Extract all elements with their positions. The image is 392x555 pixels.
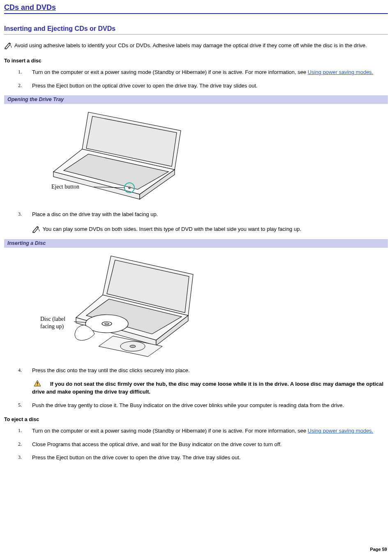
figure-caption-1: Opening the Drive Tray bbox=[4, 95, 388, 104]
warning-triangle-icon bbox=[34, 380, 41, 389]
svg-point-17 bbox=[130, 345, 136, 348]
eject-steps: Turn on the computer or exit a power sav… bbox=[18, 427, 388, 461]
step3-note-text: You can play some DVDs on both sides. In… bbox=[42, 226, 301, 232]
figure-opening-drive-tray: Eject button bbox=[4, 104, 388, 211]
svg-point-7 bbox=[128, 187, 131, 189]
insert-steps-cont: Place a disc on the drive tray with the … bbox=[18, 211, 388, 233]
power-saving-modes-link[interactable]: Using power saving modes. bbox=[308, 69, 374, 75]
top-note: Avoid using adhesive labels to identify … bbox=[4, 42, 388, 50]
step-text: Press the Eject button on the drive cove… bbox=[32, 454, 241, 461]
step4-warning-text: If you do not seat the disc firmly over … bbox=[32, 381, 383, 395]
disc-label-line1: Disc (label bbox=[40, 316, 65, 322]
note-pencil-icon bbox=[4, 42, 13, 49]
insert-step-2: Press the Eject button on the optical dr… bbox=[18, 82, 388, 90]
figure-caption-2: Inserting a Disc bbox=[4, 239, 388, 248]
power-saving-modes-link-2[interactable]: Using power saving modes. bbox=[308, 428, 374, 434]
insert-heading: To insert a disc bbox=[4, 58, 388, 64]
eject-step-3: Press the Eject button on the drive cove… bbox=[18, 454, 388, 461]
section-title: Inserting and Ejecting CDs or DVDs bbox=[4, 24, 388, 35]
step4-warning: If you do not seat the disc firmly over … bbox=[32, 380, 388, 396]
note-pencil-icon bbox=[32, 226, 41, 233]
step-text: Turn on the computer or exit a power sav… bbox=[32, 428, 308, 434]
insert-step-3: Place a disc on the drive tray with the … bbox=[18, 211, 388, 233]
step3-note: You can play some DVDs on both sides. In… bbox=[32, 226, 388, 233]
step-text: Place a disc on the drive tray with the … bbox=[32, 211, 158, 217]
step-text: Turn on the computer or exit a power sav… bbox=[32, 69, 308, 75]
eject-heading: To eject a disc bbox=[4, 416, 388, 423]
insert-step-5: Push the drive tray gently to close it. … bbox=[18, 402, 388, 409]
svg-rect-24 bbox=[37, 385, 38, 385]
insert-steps-cont2: Press the disc onto the tray until the d… bbox=[18, 367, 388, 409]
eject-button-label: Eject button bbox=[51, 184, 79, 190]
figure-inserting-disc: Disc (label facing up) bbox=[4, 248, 388, 367]
svg-rect-23 bbox=[37, 382, 38, 384]
insert-step-4: Press the disc onto the tray until the d… bbox=[18, 367, 388, 396]
top-note-text: Avoid using adhesive labels to identify … bbox=[14, 42, 367, 48]
step-text: Close Programs that access the optical d… bbox=[32, 441, 281, 447]
eject-step-1: Turn on the computer or exit a power sav… bbox=[18, 427, 388, 435]
insert-step-1: Turn on the computer or exit a power sav… bbox=[18, 69, 388, 76]
eject-step-2: Close Programs that access the optical d… bbox=[18, 441, 388, 448]
svg-point-20 bbox=[105, 323, 109, 325]
step-text: Push the drive tray gently to close it. … bbox=[32, 402, 344, 408]
disc-label-line2: facing up) bbox=[40, 323, 64, 330]
insert-steps: Turn on the computer or exit a power sav… bbox=[18, 69, 388, 89]
chapter-title: CDs and DVDs bbox=[4, 2, 388, 14]
step-text: Press the disc onto the tray until the d… bbox=[32, 367, 190, 373]
step-text: Press the Eject button on the optical dr… bbox=[32, 83, 258, 89]
